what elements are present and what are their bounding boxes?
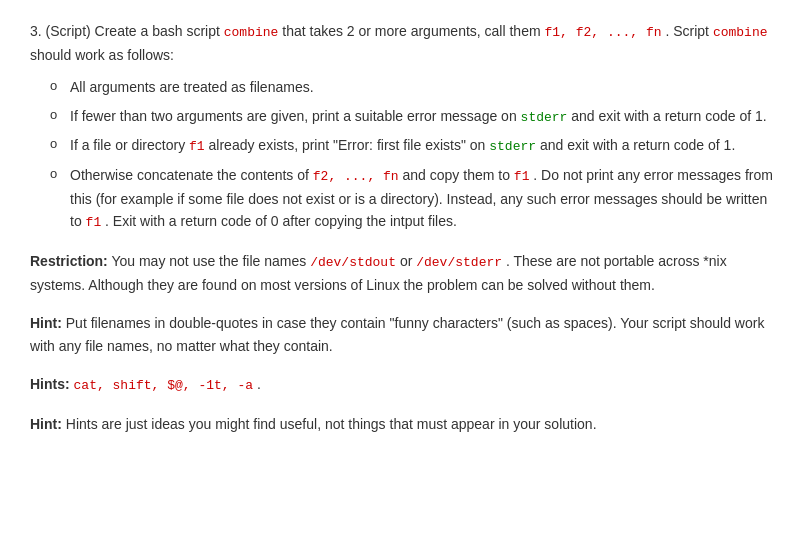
bullet-2-text: If fewer than two arguments are given, p… <box>70 108 521 124</box>
restriction-stderr: /dev/stderr <box>416 255 502 270</box>
restriction-stdout: /dev/stdout <box>310 255 396 270</box>
bullet-4-text1: Otherwise concatenate the contents of <box>70 167 313 183</box>
bullet-1: All arguments are treated as filenames. <box>50 76 773 98</box>
bullet-4-text4: . Exit with a return code of 0 after cop… <box>105 213 457 229</box>
bullet-2-code: stderr <box>521 110 568 125</box>
hint3-section: Hint: Hints are just ideas you might fin… <box>30 413 773 435</box>
hint3-text: Hints are just ideas you might find usef… <box>66 416 597 432</box>
bullet-list: All arguments are treated as filenames. … <box>50 76 773 234</box>
item-desc2: . Script <box>665 23 712 39</box>
bullet-4-text2: and copy them to <box>403 167 514 183</box>
hint1-section: Hint: Put filenames in double-quotes in … <box>30 312 773 357</box>
item-number: 3. <box>30 23 42 39</box>
combine-code-1: combine <box>224 25 279 40</box>
bullet-4-code1: f2, ..., fn <box>313 169 399 184</box>
bullet-1-text: All arguments are treated as filenames. <box>70 79 314 95</box>
bullet-3-text3: and exit with a return code of 1. <box>540 137 735 153</box>
bullet-2-text2: and exit with a return code of 1. <box>571 108 766 124</box>
hint1-text: Put filenames in double-quotes in case t… <box>30 315 764 353</box>
item-desc1: that takes 2 or more arguments, call the… <box>282 23 544 39</box>
item-desc3: should work as follows: <box>30 47 174 63</box>
bullet-3-code2: stderr <box>489 139 536 154</box>
hints2-section: Hints: cat, shift, $@, -1t, -a . <box>30 373 773 397</box>
restriction-or: or <box>400 253 416 269</box>
bullet-3-text2: already exists, print "Error: first file… <box>209 137 490 153</box>
hints2-period: . <box>257 376 261 392</box>
bullet-4-code2: f1 <box>514 169 530 184</box>
hint1-label: Hint: <box>30 315 62 331</box>
hints2-codes: cat, shift, $@, -1t, -a <box>74 378 253 393</box>
bullet-2: If fewer than two arguments are given, p… <box>50 105 773 129</box>
bullet-4: Otherwise concatenate the contents of f2… <box>50 164 773 234</box>
hint3-label: Hint: <box>30 416 62 432</box>
bullet-3-text: If a file or directory <box>70 137 189 153</box>
hints2-label: Hints: <box>30 376 70 392</box>
combine-code-2: combine <box>713 25 768 40</box>
restriction-text1: You may not use the file names <box>111 253 310 269</box>
restriction-section: Restriction: You may not use the file na… <box>30 250 773 296</box>
bullet-3-code1: f1 <box>189 139 205 154</box>
item-prefix: (Script) Create a bash script <box>46 23 220 39</box>
restriction-label: Restriction: <box>30 253 108 269</box>
main-content: 3. (Script) Create a bash script combine… <box>30 20 773 435</box>
item-header: 3. (Script) Create a bash script combine… <box>30 20 773 66</box>
bullet-4-code3: f1 <box>86 215 102 230</box>
args-code: f1, f2, ..., fn <box>545 25 662 40</box>
bullet-3: If a file or directory f1 already exists… <box>50 134 773 158</box>
